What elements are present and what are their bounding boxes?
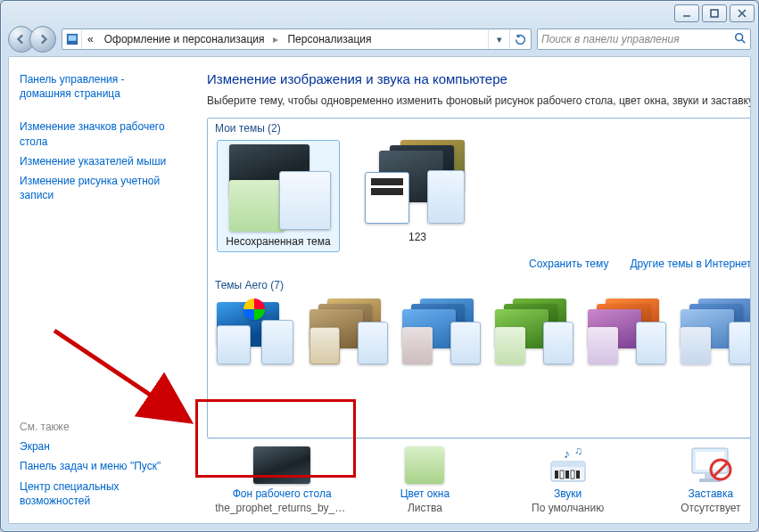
refresh-button[interactable] [509,29,531,49]
theme-unsaved[interactable]: Несохраненная тема [217,140,340,252]
theme-unsaved-label: Несохраненная тема [226,235,330,248]
sidebar: Панель управления - домашняя страница Из… [9,57,191,523]
content-body: Панель управления - домашняя страница Из… [8,56,751,524]
theme-actions: Сохранить тему Другие темы в Интернете [208,254,751,275]
svg-line-7 [742,39,746,43]
my-themes-row: Несохраненная тема [208,136,751,254]
window: « Оформление и персонализация ▸ Персонал… [0,0,759,532]
svg-text:♪: ♪ [564,446,570,461]
address-bar[interactable]: « Оформление и персонализация ▸ Персонал… [62,29,532,50]
theme-123-label: 123 [408,231,426,243]
aero-theme-3[interactable] [402,299,483,368]
see-also-taskbar[interactable]: Панель задач и меню "Пуск" [20,459,180,473]
task-color-link[interactable]: Цвет окна [400,487,450,500]
aero-theme-4[interactable] [495,299,575,368]
svg-rect-11 [560,471,564,479]
group-my-themes: Мои темы (2) [208,119,751,136]
svg-rect-13 [571,471,574,479]
maximize-button[interactable] [702,4,727,22]
svg-text:♫: ♫ [574,446,582,457]
more-themes-link[interactable]: Другие темы в Интернете [630,258,751,270]
titlebar [1,1,758,26]
task-saver-link[interactable]: Заставка [689,487,734,500]
task-color-value: Листва [408,502,442,514]
window-color-icon [396,446,453,484]
desktop-background-icon [253,446,310,484]
aero-row [208,293,751,373]
svg-rect-10 [555,471,558,479]
task-saver-value: Отсутствует [681,502,740,514]
theme-123[interactable]: 123 [359,140,475,252]
task-desktop-background[interactable]: Фон рабочего стола the_prophet_returns_b… [215,446,349,514]
themes-list: Мои темы (2) Несохраненная тема [207,118,751,438]
nav-buttons [8,26,56,53]
search-placeholder: Поиск в панели управления [541,33,734,45]
aero-theme-2[interactable] [309,299,390,368]
breadcrumb-chevrons[interactable]: « [82,29,99,49]
search-input[interactable]: Поиск в панели управления [537,29,751,50]
nav-row: « Оформление и персонализация ▸ Персонал… [1,26,758,56]
svg-rect-14 [576,471,580,479]
svg-rect-9 [551,462,585,467]
see-also-ease[interactable]: Центр специальных возможностей [20,479,180,508]
svg-rect-5 [68,36,76,41]
task-window-color[interactable]: Цвет окна Листва [358,446,491,514]
task-sounds[interactable]: ♪ ♫ Звуки По умолчанию [501,446,635,514]
task-sounds-value: По умолчанию [532,502,604,514]
sounds-icon: ♪ ♫ [540,446,597,484]
aero-theme-6[interactable] [681,299,751,368]
breadcrumb-level1[interactable]: Оформление и персонализация [99,29,270,49]
breadcrumb-level2[interactable]: Персонализация [282,29,376,49]
svg-rect-1 [711,10,718,17]
page-title: Изменение изображения и звука на компьют… [207,71,751,86]
task-bg-value: the_prophet_returns_by_m... [215,502,349,514]
bottom-tasks: Фон рабочего стола the_prophet_returns_b… [207,438,751,523]
sidebar-link-account[interactable]: Изменение рисунка учетной записи [20,174,180,202]
sidebar-link-icons[interactable]: Изменение значков рабочего стола [20,119,180,148]
sidebar-home-line2: домашняя страница [20,87,120,100]
sidebar-home-line1: Панель управления - [20,73,125,86]
task-screensaver[interactable]: Заставка Отсутствует [644,446,751,514]
task-sounds-link[interactable]: Звуки [554,487,582,500]
page-subtitle: Выберите тему, чтобы одновременно измени… [207,94,751,109]
breadcrumb-sep-icon: ▸ [269,33,282,45]
see-also-label: См. также [20,421,180,433]
svg-rect-12 [565,471,569,479]
main-pane: ? Изменение изображения и звука на компь… [191,57,751,523]
aero-theme-1[interactable] [217,299,297,368]
svg-point-6 [736,33,743,40]
close-button[interactable] [730,4,755,22]
sidebar-link-cursors[interactable]: Изменение указателей мыши [20,154,180,168]
group-aero-themes: Темы Aero (7) [208,275,751,293]
address-dropdown-icon[interactable]: ▾ [488,29,509,49]
control-panel-icon [62,29,82,49]
minimize-button[interactable] [674,4,699,22]
screensaver-icon [682,446,739,484]
aero-theme-5[interactable] [588,299,668,368]
task-bg-link[interactable]: Фон рабочего стола [233,487,332,500]
save-theme-link[interactable]: Сохранить тему [529,258,608,270]
search-icon[interactable] [734,32,747,47]
see-also-display[interactable]: Экран [20,439,180,454]
sidebar-home-link[interactable]: Панель управления - домашняя страница [20,72,180,101]
forward-button[interactable] [29,26,56,53]
